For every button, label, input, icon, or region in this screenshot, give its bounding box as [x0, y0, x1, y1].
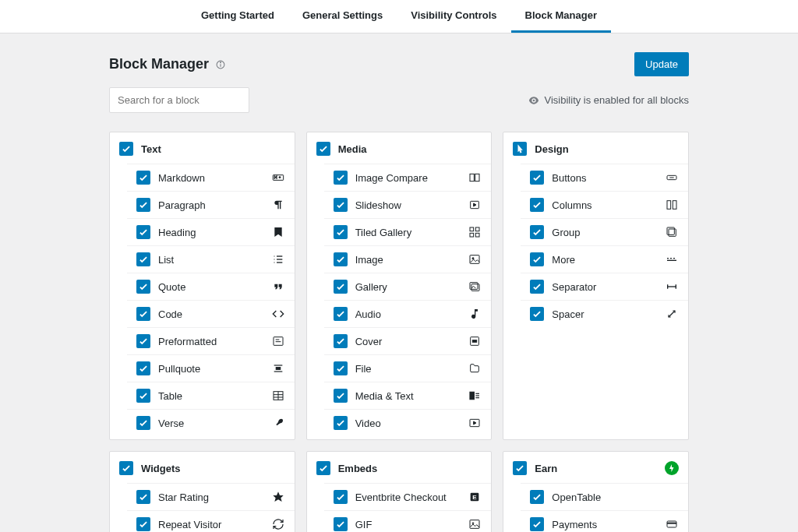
block-row-file[interactable]: File — [324, 354, 492, 382]
category-checkbox[interactable] — [316, 142, 330, 156]
block-row-list[interactable]: List — [127, 245, 295, 273]
block-checkbox[interactable] — [530, 490, 544, 504]
block-row-quote[interactable]: Quote — [127, 273, 295, 300]
block-checkbox[interactable] — [334, 307, 348, 321]
block-row-table[interactable]: Table — [127, 382, 295, 409]
block-label: Pullquote — [158, 363, 263, 375]
category-checkbox-design[interactable] — [513, 142, 527, 156]
block-row-gallery[interactable]: Gallery — [324, 273, 492, 300]
category-title: Earn — [535, 463, 557, 474]
block-checkbox[interactable] — [334, 252, 348, 266]
block-row-buttons[interactable]: Buttons — [521, 164, 688, 191]
block-label: More — [552, 254, 657, 266]
block-checkbox[interactable] — [136, 389, 150, 403]
svg-rect-43 — [673, 201, 676, 210]
block-checkbox[interactable] — [530, 198, 544, 212]
image-icon — [468, 252, 482, 266]
block-row-columns[interactable]: Columns — [521, 191, 688, 218]
block-label: Columns — [552, 199, 657, 211]
block-checkbox[interactable] — [334, 280, 348, 294]
block-row-slideshow[interactable]: Slideshow — [324, 191, 492, 218]
category-checkbox[interactable] — [119, 461, 133, 475]
block-checkbox[interactable] — [136, 171, 150, 185]
block-row-more[interactable]: More — [521, 245, 688, 273]
block-checkbox[interactable] — [136, 517, 150, 531]
block-checkbox[interactable] — [334, 225, 348, 239]
tab-visibility-controls[interactable]: Visibility Controls — [397, 0, 510, 33]
update-button[interactable]: Update — [634, 52, 689, 76]
block-label: Gallery — [355, 281, 461, 293]
block-checkbox[interactable] — [136, 361, 150, 375]
block-checkbox[interactable] — [530, 171, 544, 185]
block-row-code[interactable]: Code — [127, 300, 295, 327]
block-row-pullquote[interactable]: Pullquote — [127, 354, 295, 382]
block-checkbox[interactable] — [334, 171, 348, 185]
block-row-spacer[interactable]: Spacer — [521, 300, 688, 327]
info-icon[interactable] — [215, 59, 226, 70]
block-checkbox[interactable] — [136, 416, 150, 430]
block-checkbox[interactable] — [334, 198, 348, 212]
block-row-group[interactable]: Group — [521, 218, 688, 245]
block-row-payments[interactable]: Payments — [521, 510, 688, 532]
block-row-video[interactable]: Video — [324, 409, 492, 436]
block-row-preformatted[interactable]: Preformatted — [127, 327, 295, 354]
block-row-gif[interactable]: GIF — [324, 510, 492, 532]
block-row-opentable[interactable]: OpenTable — [521, 483, 688, 510]
category-checkbox[interactable] — [316, 461, 330, 475]
search-input[interactable] — [109, 87, 249, 113]
svg-marker-23 — [474, 203, 476, 206]
tab-general-settings[interactable]: General Settings — [288, 0, 397, 33]
block-row-image[interactable]: Image — [324, 245, 492, 273]
category-checkbox[interactable] — [119, 142, 133, 156]
svg-rect-24 — [470, 227, 474, 231]
markdown-icon — [271, 171, 285, 185]
block-row-separator[interactable]: Separator — [521, 273, 688, 300]
page-title: Block Manager — [109, 56, 209, 72]
block-label: Slideshow — [355, 199, 461, 211]
block-checkbox[interactable] — [136, 252, 150, 266]
block-checkbox[interactable] — [136, 307, 150, 321]
block-checkbox[interactable] — [530, 252, 544, 266]
block-label: Quote — [158, 281, 263, 293]
tab-getting-started[interactable]: Getting Started — [187, 0, 288, 33]
block-checkbox[interactable] — [136, 198, 150, 212]
block-row-heading[interactable]: Heading — [127, 218, 295, 245]
block-checkbox[interactable] — [530, 517, 544, 531]
tab-block-manager[interactable]: Block Manager — [511, 0, 611, 33]
block-row-verse[interactable]: Verse — [127, 409, 295, 436]
block-row-image-compare[interactable]: Image Compare — [324, 164, 492, 191]
block-checkbox[interactable] — [530, 307, 544, 321]
block-row-star-rating[interactable]: Star Rating — [127, 483, 295, 510]
preformatted-icon — [271, 334, 285, 348]
category-title: Design — [535, 143, 568, 155]
block-checkbox[interactable] — [136, 490, 150, 504]
block-row-repeat-visitor[interactable]: Repeat Visitor — [127, 510, 295, 532]
block-row-tiled-gallery[interactable]: Tiled Gallery — [324, 218, 492, 245]
paragraph-icon — [271, 198, 285, 212]
block-row-media-text[interactable]: Media & Text — [324, 382, 492, 409]
block-checkbox[interactable] — [334, 490, 348, 504]
opentable-icon — [665, 490, 679, 504]
block-checkbox[interactable] — [530, 225, 544, 239]
block-checkbox[interactable] — [136, 225, 150, 239]
block-checkbox[interactable] — [334, 334, 348, 348]
block-checkbox[interactable] — [334, 389, 348, 403]
block-checkbox[interactable] — [334, 517, 348, 531]
block-row-paragraph[interactable]: Paragraph — [127, 191, 295, 218]
block-checkbox[interactable] — [334, 361, 348, 375]
category-title: Embeds — [338, 463, 378, 474]
block-row-audio[interactable]: Audio — [324, 300, 492, 327]
category-title: Text — [141, 143, 161, 155]
block-row-cover[interactable]: Cover — [324, 327, 492, 354]
block-checkbox[interactable] — [530, 280, 544, 294]
heading-icon — [271, 225, 285, 239]
payments-icon — [665, 517, 679, 531]
block-checkbox[interactable] — [136, 280, 150, 294]
category-checkbox[interactable] — [513, 461, 527, 475]
block-checkbox[interactable] — [136, 334, 150, 348]
block-row-eventbrite-checkout[interactable]: Eventbrite CheckoutE — [324, 483, 492, 510]
svg-rect-21 — [475, 174, 479, 181]
block-checkbox[interactable] — [334, 416, 348, 430]
block-row-markdown[interactable]: Markdown — [127, 164, 295, 191]
block-label: Code — [158, 308, 263, 320]
